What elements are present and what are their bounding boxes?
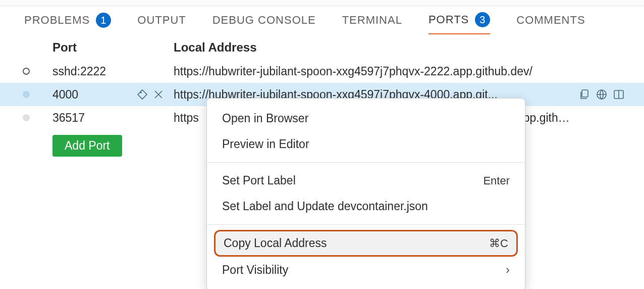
tab-label: DEBUG CONSOLE — [212, 14, 316, 27]
menu-open-in-browser[interactable]: Open in Browser — [207, 106, 525, 131]
menu-shortcut: ⌘C — [489, 237, 508, 250]
tab-label: PORTS — [428, 13, 469, 26]
ports-table-header: Port Local Address — [0, 33, 644, 60]
menu-set-label-update-devcontainer[interactable]: Set Label and Update devcontainer.json — [207, 194, 525, 219]
menu-label: Set Port Label — [222, 174, 296, 187]
menu-preview-in-editor[interactable]: Preview in Editor — [207, 131, 525, 157]
table-row[interactable]: sshd:2222 https://hubwriter-jubilant-spo… — [0, 60, 644, 83]
tab-terminal[interactable]: TERMINAL — [342, 14, 402, 33]
menu-label: Set Label and Update devcontainer.json — [222, 200, 428, 213]
panel-tab-bar: PROBLEMS 1 OUTPUT DEBUG CONSOLE TERMINAL… — [0, 6, 644, 33]
tab-label: PROBLEMS — [24, 14, 90, 27]
port-label: 36517 — [52, 111, 85, 125]
tab-output[interactable]: OUTPUT — [137, 14, 186, 33]
menu-separator — [207, 162, 525, 163]
menu-separator — [207, 224, 525, 225]
tab-ports[interactable]: PORTS 3 — [428, 12, 490, 34]
port-status-indicator — [0, 91, 52, 98]
globe-icon[interactable] — [596, 88, 608, 101]
menu-label: Copy Local Address — [224, 236, 327, 250]
copy-icon[interactable] — [578, 88, 591, 101]
tab-comments[interactable]: COMMENTS — [516, 14, 585, 33]
port-label: sshd:2222 — [52, 65, 106, 78]
panel-top-border — [0, 0, 644, 6]
add-port-button[interactable]: Add Port — [52, 135, 122, 157]
menu-shortcut: Enter — [483, 174, 510, 187]
tab-debug-console[interactable]: DEBUG CONSOLE — [212, 14, 316, 33]
menu-port-visibility[interactable]: Port Visibility › — [207, 257, 525, 283]
header-local-address: Local Address — [174, 40, 644, 55]
port-status-indicator — [0, 68, 52, 75]
menu-set-port-label[interactable]: Set Port Label Enter — [207, 168, 525, 194]
menu-label: Preview in Editor — [222, 137, 309, 151]
tab-label: OUTPUT — [137, 14, 186, 27]
port-status-indicator — [0, 114, 52, 121]
menu-label: Port Visibility — [222, 263, 288, 277]
header-port: Port — [52, 40, 174, 55]
ports-badge: 3 — [475, 12, 490, 27]
svg-rect-0 — [582, 90, 588, 97]
split-icon[interactable] — [613, 88, 625, 101]
local-address: https://hubwriter-jubilant-spoon-xxg4597… — [174, 65, 578, 78]
tab-problems[interactable]: PROBLEMS 1 — [24, 13, 111, 34]
tab-label: TERMINAL — [342, 14, 402, 27]
chevron-right-icon: › — [506, 263, 510, 277]
problems-badge: 1 — [96, 13, 111, 28]
menu-label: Open in Browser — [222, 112, 308, 125]
menu-copy-local-address[interactable]: Copy Local Address ⌘C — [214, 230, 518, 257]
tab-label: COMMENTS — [516, 14, 585, 27]
close-icon[interactable] — [152, 88, 165, 101]
context-menu: Open in Browser Preview in Editor Set Po… — [206, 98, 525, 289]
tag-icon[interactable] — [136, 88, 148, 101]
port-label: 4000 — [52, 88, 78, 102]
